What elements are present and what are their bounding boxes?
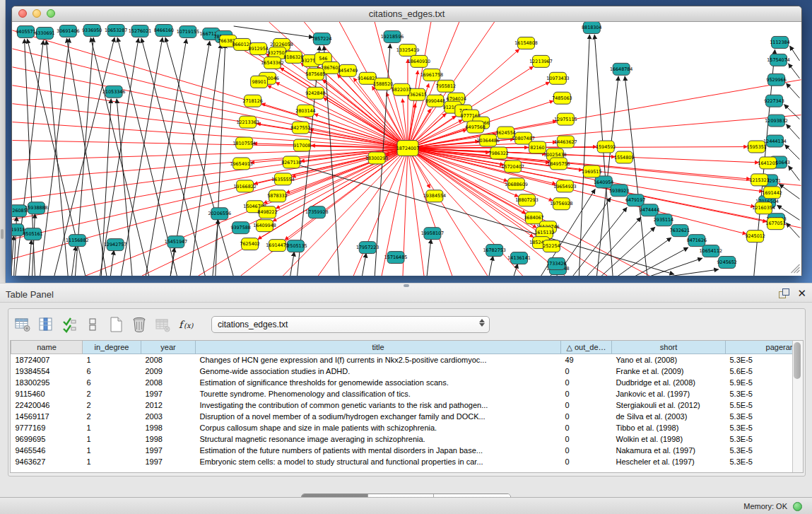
import-table-disabled-icon[interactable]: [154, 316, 171, 333]
graph-node[interactable]: 7857224: [312, 33, 331, 45]
graph-node[interactable]: 16355554: [271, 173, 294, 185]
graph-node[interactable]: 5878332: [267, 190, 287, 202]
column-header-title[interactable]: title: [196, 341, 561, 354]
graph-node[interactable]: 7485063: [552, 92, 572, 104]
column-header-in_degree[interactable]: in_degree: [83, 341, 141, 354]
graph-node[interactable]: 1691442: [762, 187, 782, 199]
graph-node[interactable]: 12213967: [529, 55, 552, 67]
table-row[interactable]: 946554611997Estimation of the future num…: [11, 445, 793, 456]
graph-node[interactable]: 1554809: [614, 151, 634, 163]
graph-node[interactable]: 16961758: [420, 69, 443, 81]
graph-node[interactable]: 9529966: [766, 74, 786, 86]
graph-node[interactable]: 8267130: [281, 156, 301, 168]
graph-node[interactable]: 18300295: [365, 152, 388, 164]
graph-node[interactable]: 12444134: [763, 135, 786, 147]
float-panel-icon[interactable]: [779, 288, 789, 298]
graph-node[interactable]: 16914479: [266, 240, 288, 252]
graph-node[interactable]: 1588520: [373, 78, 393, 90]
graph-node[interactable]: 5938923: [609, 185, 629, 197]
graph-node[interactable]: 19654923: [553, 180, 576, 192]
zoom-window-button[interactable]: [47, 9, 55, 18]
graph-node[interactable]: 1677053: [765, 218, 785, 230]
graph-node[interactable]: 18724007: [396, 141, 419, 156]
graph-node[interactable]: 20206556: [208, 208, 231, 220]
column-header-pagerank[interactable]: pagerank: [726, 341, 793, 354]
graph-node[interactable]: 917008: [293, 139, 310, 151]
graph-node[interactable]: 2803144: [295, 105, 315, 117]
graph-node[interactable]: 20364486: [476, 134, 499, 146]
graph-node[interactable]: 9245652: [717, 257, 737, 269]
graph-node[interactable]: 15451947: [165, 236, 187, 248]
graph-node[interactable]: 15938888: [25, 202, 47, 214]
graph-node[interactable]: 12942757: [104, 239, 126, 251]
graph-node[interactable]: 14136141: [507, 252, 530, 264]
graph-node[interactable]: 18495756: [547, 158, 570, 170]
graph-node[interactable]: 10654112: [700, 245, 722, 257]
graph-node[interactable]: 15276021: [129, 25, 151, 37]
select-rows-icon[interactable]: [61, 316, 78, 333]
table-column-icon[interactable]: [37, 316, 54, 333]
close-window-button[interactable]: [18, 9, 27, 18]
graph-node[interactable]: 9245012: [745, 230, 765, 243]
graph-node[interactable]: 12213363: [236, 116, 259, 128]
column-header-short[interactable]: short: [612, 341, 726, 354]
graph-node[interactable]: 1733426: [546, 258, 566, 270]
graph-node[interactable]: 2935114: [654, 214, 673, 226]
table-row[interactable]: 911546021997Tourette syndrome. Phenomeno…: [11, 388, 793, 399]
graph-node[interactable]: 19218596: [381, 30, 404, 42]
graph-node[interactable]: 10653287: [105, 24, 127, 36]
graph-node[interactable]: 15754074: [767, 54, 789, 66]
graph-node[interactable]: 13325419: [396, 44, 419, 56]
graph-node[interactable]: 1594592: [596, 141, 616, 153]
table-row[interactable]: 1872400712008Changes of HCN gene express…: [11, 354, 793, 366]
graph-node[interactable]: 7986322: [488, 147, 508, 159]
graph-node[interactable]: 18807293: [515, 194, 538, 206]
graph-node[interactable]: 12975115: [554, 113, 577, 125]
graph-node[interactable]: 8427552: [290, 122, 310, 134]
network-canvas[interactable]: 9405571633069130691406933695010653287152…: [12, 22, 801, 276]
function-builder-icon[interactable]: f(x): [177, 316, 194, 333]
graph-node[interactable]: 9397588: [230, 222, 250, 234]
column-header-year[interactable]: year: [141, 341, 196, 354]
graph-node[interactable]: 1595351: [746, 141, 766, 153]
graph-node[interactable]: 10688609: [505, 178, 527, 190]
graph-node[interactable]: 7632621: [670, 225, 690, 237]
graph-node[interactable]: 14463627: [554, 136, 577, 148]
table-row[interactable]: 946362711997Embryonic stem cells: a mode…: [11, 456, 793, 467]
table-row[interactable]: 977716911998Corpus callosum shape and si…: [11, 422, 793, 433]
minimize-window-button[interactable]: [33, 9, 41, 18]
graph-node[interactable]: 16648784: [610, 63, 632, 75]
delete-table-icon[interactable]: [131, 316, 148, 333]
graph-node[interactable]: 8498222: [257, 206, 277, 218]
graph-node[interactable]: 16154808: [514, 37, 537, 49]
graph-node[interactable]: 15716485: [384, 252, 407, 264]
table-row[interactable]: 1938455462009Genome-wide association stu…: [11, 366, 793, 377]
table-row[interactable]: 2242004622012Investigating the contribut…: [11, 399, 793, 411]
graph-node[interactable]: 8454749: [338, 64, 358, 76]
graph-node[interactable]: 15720407: [501, 160, 524, 173]
graph-node[interactable]: 8505161: [23, 228, 42, 240]
graph-node[interactable]: 6330691: [35, 27, 54, 39]
graph-node[interactable]: 16543362: [261, 57, 283, 69]
graph-node[interactable]: 8466160: [154, 24, 174, 36]
memory-ok-indicator-icon[interactable]: [793, 502, 802, 511]
table-scrollbar[interactable]: [792, 341, 803, 472]
graph-node[interactable]: 12160354: [752, 202, 775, 214]
graph-node[interactable]: 19958107: [421, 228, 444, 240]
graph-node[interactable]: 9405571: [16, 25, 35, 37]
window-titlebar[interactable]: citations_edges.txt: [12, 6, 801, 22]
graph-node[interactable]: 1969515: [582, 165, 601, 177]
graph-node[interactable]: 17957223: [356, 242, 379, 254]
graph-node[interactable]: 19654913: [230, 158, 252, 170]
graph-node[interactable]: 5875685: [305, 68, 325, 80]
graph-node[interactable]: 12093832: [765, 115, 787, 127]
graph-node[interactable]: 5822037: [392, 83, 411, 95]
graph-node[interactable]: 7955812: [436, 80, 456, 92]
graph-node[interactable]: 17359928: [305, 206, 328, 218]
graph-node[interactable]: 11156882: [66, 235, 88, 247]
table-row[interactable]: 1830029562008Estimation of significance …: [11, 377, 793, 388]
graph-node[interactable]: 18107554: [233, 137, 255, 149]
column-header-out_degree[interactable]: △ out_de…: [561, 341, 612, 354]
graph-node[interactable]: 30691406: [57, 25, 79, 37]
graph-node[interactable]: 21053346: [102, 86, 125, 98]
